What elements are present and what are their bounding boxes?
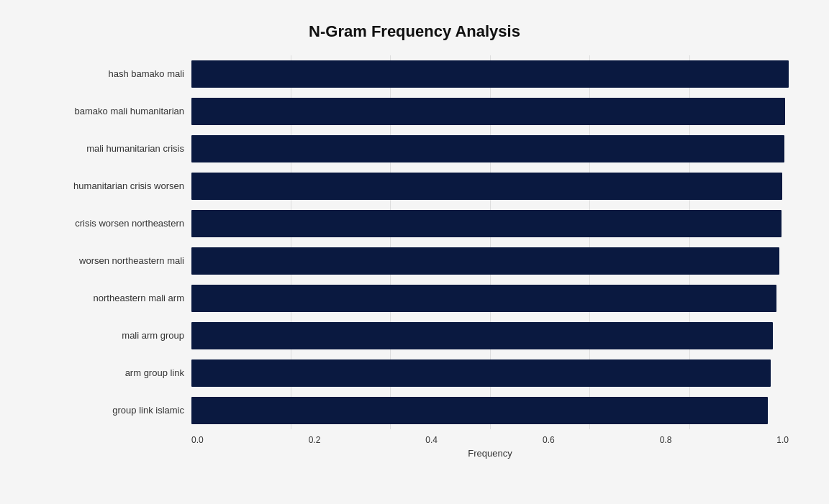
x-tick: 0.8 <box>660 435 672 445</box>
bar-row <box>191 93 789 130</box>
chart-title: N-Gram Frequency Analysis <box>40 22 789 41</box>
y-label: mali arm group <box>122 317 184 354</box>
bar <box>191 135 784 162</box>
bar <box>191 285 776 312</box>
x-tick: 0.2 <box>309 435 321 445</box>
x-tick: 1.0 <box>776 435 789 445</box>
bar-row <box>191 354 789 392</box>
x-axis: 0.00.20.40.60.81.0 Frequency <box>191 432 789 459</box>
bar <box>191 397 768 424</box>
chart-area: hash bamako malibamako mali humanitarian… <box>40 55 789 429</box>
x-tick: 0.6 <box>543 435 555 445</box>
bar <box>191 322 773 349</box>
bar <box>191 359 771 387</box>
bars-area <box>191 55 789 429</box>
bar-row <box>191 392 789 429</box>
chart-container: N-Gram Frequency Analysis hash bamako ma… <box>19 8 810 497</box>
bar-row <box>191 317 789 354</box>
bar-row <box>191 55 789 93</box>
bars-and-xaxis: 0.00.20.40.60.81.0 Frequency <box>191 55 789 429</box>
bar <box>191 98 785 125</box>
y-label: mali humanitarian crisis <box>86 130 184 168</box>
y-label: bamako mali humanitarian <box>75 93 184 130</box>
y-label: crisis worsen northeastern <box>75 205 184 242</box>
y-label: hash bamako mali <box>109 55 185 93</box>
bar-row <box>191 168 789 205</box>
x-tick: 0.0 <box>191 435 204 445</box>
bar-row <box>191 205 789 242</box>
x-ticks: 0.00.20.40.60.81.0 <box>191 432 789 445</box>
y-label: arm group link <box>125 354 184 392</box>
x-tick: 0.4 <box>425 435 438 445</box>
y-label: worsen northeastern mali <box>79 242 184 280</box>
y-axis: hash bamako malibamako mali humanitarian… <box>40 55 191 429</box>
y-label: group link islamic <box>112 392 184 429</box>
y-label: humanitarian crisis worsen <box>73 168 184 205</box>
y-label: northeastern mali arm <box>94 280 184 317</box>
x-axis-label: Frequency <box>191 448 789 459</box>
bar <box>191 60 789 88</box>
bar <box>191 210 782 237</box>
bar-row <box>191 130 789 168</box>
bar <box>191 247 779 275</box>
bar-row <box>191 280 789 317</box>
bar-row <box>191 242 789 280</box>
bar <box>191 173 782 200</box>
